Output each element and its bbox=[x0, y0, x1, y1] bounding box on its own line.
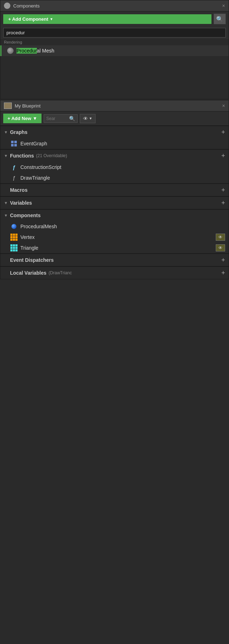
procedural-mesh-bp-icon bbox=[10, 223, 18, 230]
vertex-item[interactable]: Vertex 👁 bbox=[0, 232, 229, 243]
graphs-title: Graphs bbox=[10, 129, 28, 135]
svg-rect-1 bbox=[14, 141, 17, 143]
components-empty-space bbox=[0, 56, 229, 99]
search-icon-button[interactable]: 🔍 bbox=[214, 14, 226, 24]
components-toolbar: + Add Component ▼ 🔍 bbox=[0, 11, 229, 26]
draw-triangle-icon: ƒ bbox=[10, 174, 18, 181]
local-variables-section-header[interactable]: ▼ Local Variables (DrawTrianc + bbox=[0, 266, 229, 279]
variables-section-header[interactable]: ▼ Variables + bbox=[0, 196, 229, 209]
blueprint-panel: My Blueprint × + Add New ▼ 🔍 👁 ▼ ▼ Graph… bbox=[0, 100, 229, 279]
eye-icon: 👁 bbox=[83, 116, 88, 121]
search-icon: 🔍 bbox=[69, 116, 75, 121]
eye-visibility-button[interactable]: 👁 ▼ bbox=[80, 114, 96, 123]
triangle-eye-icon: 👁 bbox=[218, 245, 223, 250]
construction-script-item[interactable]: ƒ ConstructionScript bbox=[0, 162, 229, 173]
svg-rect-0 bbox=[11, 141, 14, 143]
functions-title: Functions bbox=[10, 153, 34, 159]
functions-section-header[interactable]: ▼ Functions (21 Overridable) + bbox=[0, 149, 229, 162]
event-graph-item[interactable]: EventGraph bbox=[0, 138, 229, 149]
vertex-eye-indicator[interactable]: 👁 bbox=[216, 234, 225, 241]
vertex-eye-icon: 👁 bbox=[218, 235, 223, 240]
macros-section-header[interactable]: ▼ Macros + bbox=[0, 184, 229, 196]
functions-subtitle: (21 Overridable) bbox=[36, 153, 67, 158]
components-panel-title: Components bbox=[13, 3, 40, 9]
event-graph-name: EventGraph bbox=[20, 141, 47, 146]
category-rendering: Rendering bbox=[0, 39, 229, 45]
svg-rect-3 bbox=[14, 144, 17, 146]
construction-script-icon: ƒ bbox=[10, 164, 18, 171]
draw-triangle-name: DrawTriangle bbox=[20, 175, 50, 181]
blueprint-panel-icon bbox=[4, 103, 12, 109]
components-panel-icon bbox=[4, 3, 10, 9]
components-panel-header: Components × bbox=[0, 0, 229, 11]
graphs-arrow: ▼ bbox=[4, 130, 8, 134]
bp-components-arrow: ▼ bbox=[4, 213, 8, 218]
variables-title: Variables bbox=[10, 200, 32, 206]
draw-triangle-item[interactable]: ƒ DrawTriangle bbox=[0, 173, 229, 183]
procedural-mesh-bp-name: ProceduralMesh bbox=[20, 224, 57, 229]
triangle-icon bbox=[10, 244, 18, 251]
add-component-button[interactable]: + Add Component ▼ bbox=[3, 14, 211, 24]
bp-components-section-header[interactable]: ▼ Components bbox=[0, 209, 229, 221]
event-dispatchers-title: Event Dispatchers bbox=[10, 257, 54, 263]
macros-add-button[interactable]: + bbox=[221, 187, 225, 193]
eye-dropdown-arrow: ▼ bbox=[89, 116, 92, 120]
local-variables-title: Local Variables bbox=[10, 270, 47, 276]
construction-script-name: ConstructionScript bbox=[20, 164, 61, 170]
local-variables-subtitle: (DrawTrianc bbox=[49, 270, 72, 275]
triangle-eye-indicator[interactable]: 👁 bbox=[216, 244, 225, 251]
graphs-add-button[interactable]: + bbox=[221, 129, 225, 135]
vertex-name: Vertex bbox=[20, 234, 35, 240]
functions-add-button[interactable]: + bbox=[221, 153, 225, 159]
procedural-mesh-name: Procedural Mesh bbox=[16, 48, 54, 54]
blueprint-toolbar: + Add New ▼ 🔍 👁 ▼ bbox=[0, 111, 229, 125]
event-dispatchers-add-button[interactable]: + bbox=[221, 257, 225, 263]
add-new-button[interactable]: + Add New ▼ bbox=[3, 114, 42, 123]
local-variables-add-button[interactable]: + bbox=[221, 270, 225, 276]
component-search-row bbox=[0, 26, 229, 39]
procedural-mesh-bp-item[interactable]: ProceduralMesh bbox=[0, 221, 229, 232]
blueprint-panel-title: My Blueprint bbox=[15, 103, 40, 109]
vertex-icon bbox=[10, 234, 18, 241]
graphs-section-header[interactable]: ▼ Graphs + bbox=[0, 126, 229, 138]
component-search-input[interactable] bbox=[3, 28, 226, 38]
functions-arrow: ▼ bbox=[4, 154, 8, 158]
variables-arrow: ▼ bbox=[4, 201, 8, 205]
triangle-item[interactable]: Triangle 👁 bbox=[0, 243, 229, 253]
triangle-name: Triangle bbox=[20, 245, 38, 251]
blueprint-search-input[interactable] bbox=[46, 115, 68, 123]
variables-add-button[interactable]: + bbox=[221, 200, 225, 206]
procedural-mesh-result[interactable]: Procedural Mesh bbox=[0, 45, 229, 56]
event-dispatchers-section-header[interactable]: ▼ Event Dispatchers + bbox=[0, 254, 229, 266]
bp-components-title: Components bbox=[10, 213, 41, 218]
blueprint-panel-header: My Blueprint × bbox=[0, 100, 229, 111]
procedural-mesh-icon bbox=[7, 48, 14, 54]
components-panel: Components × + Add Component ▼ 🔍 Renderi… bbox=[0, 0, 229, 99]
event-graph-icon bbox=[10, 140, 18, 147]
svg-rect-2 bbox=[11, 144, 14, 146]
components-panel-close[interactable]: × bbox=[222, 3, 225, 9]
macros-title: Macros bbox=[10, 187, 28, 193]
blueprint-search-wrap: 🔍 bbox=[44, 114, 78, 123]
blueprint-panel-close[interactable]: × bbox=[222, 103, 225, 109]
